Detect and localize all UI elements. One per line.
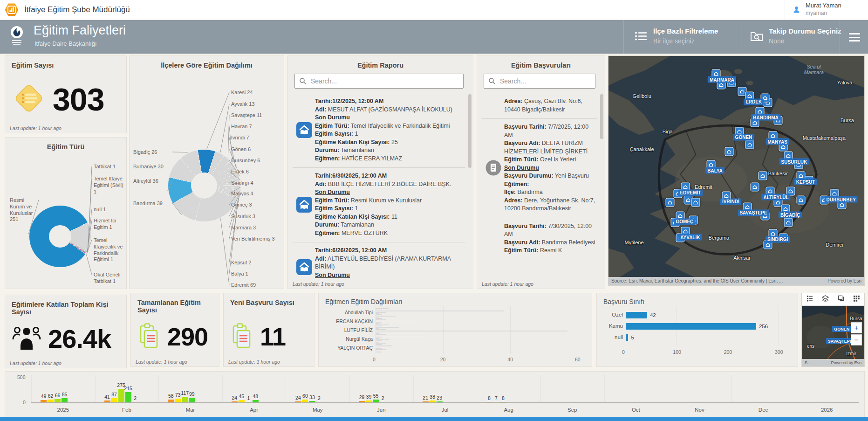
- timeline-bar[interactable]: [486, 402, 492, 403]
- timeline-bar[interactable]: [430, 400, 436, 402]
- map-marker-icon[interactable]: [784, 218, 793, 227]
- sinif-bar[interactable]: [626, 323, 756, 330]
- timeline-bar[interactable]: [380, 402, 386, 403]
- egitmen-bar[interactable]: [376, 312, 386, 313]
- map-marker-icon[interactable]: [745, 140, 754, 149]
- egitmen-bar[interactable]: [376, 347, 379, 348]
- district-label[interactable]: AYVALIK: [678, 234, 702, 241]
- egitmen-bar[interactable]: [376, 333, 379, 334]
- egitmen-bar[interactable]: [376, 349, 386, 350]
- timeline-bar[interactable]: [493, 402, 499, 403]
- mini-district-label[interactable]: GÖNEN: [832, 326, 851, 332]
- district-label[interactable]: MARMARA: [708, 76, 736, 83]
- timeline-bar[interactable]: [132, 402, 138, 403]
- district-label[interactable]: SAVAŞTEPE: [738, 209, 769, 216]
- egitmen-bar[interactable]: [376, 324, 389, 325]
- district-label[interactable]: SINDIRGI: [765, 236, 790, 242]
- egitmen-bar[interactable]: [376, 327, 399, 328]
- district-label[interactable]: GÖMEÇ: [674, 218, 696, 225]
- egitmen-bar[interactable]: [376, 325, 382, 326]
- map-marker-icon[interactable]: [751, 182, 759, 191]
- map-marker-icon[interactable]: [758, 172, 767, 180]
- basemap-icon[interactable]: [838, 295, 844, 304]
- egitmen-bar[interactable]: [376, 329, 386, 330]
- timeline-bar[interactable]: [118, 389, 124, 402]
- egitmen-bar[interactable]: [376, 338, 379, 339]
- timeline-bar[interactable]: [232, 401, 238, 402]
- map-marker-icon[interactable]: [666, 198, 675, 207]
- egitmen-bar[interactable]: [376, 332, 382, 333]
- mini-district-label[interactable]: SAVAŞTEPE: [826, 338, 854, 344]
- map-marker-icon[interactable]: [724, 147, 733, 156]
- district-label[interactable]: GÖNEN: [733, 134, 754, 140]
- district-label[interactable]: ERDEK: [744, 98, 764, 105]
- egitmen-bar[interactable]: [376, 308, 389, 309]
- egitmen-bar[interactable]: [376, 352, 382, 352]
- district-label[interactable]: ALTIEYLÜL: [761, 194, 790, 200]
- egitmen-bar[interactable]: [376, 314, 382, 315]
- menu-hamburger-icon[interactable]: [849, 31, 861, 42]
- egitmen-bar[interactable]: [376, 348, 382, 349]
- timeline-bar[interactable]: [246, 402, 252, 403]
- list-item[interactable]: Başvuru Tarihi: 7/30/2025, 12:00 AMBaşvu…: [482, 218, 597, 260]
- district-label[interactable]: BANDIRMA: [751, 114, 780, 121]
- egitmen-bar[interactable]: [376, 337, 382, 338]
- zoom-in-button[interactable]: +: [851, 322, 862, 333]
- timeline-bar[interactable]: [423, 401, 429, 402]
- list-item[interactable]: Tarihi:6/30/2025, 12:00 AMAdi: BBB İLÇE …: [293, 168, 465, 242]
- district-label[interactable]: MANYAS: [765, 138, 789, 145]
- timeline-bar[interactable]: [239, 400, 245, 402]
- egitmen-bar[interactable]: [376, 336, 426, 337]
- zoom-out-button[interactable]: −: [851, 334, 862, 345]
- timeline-bar[interactable]: [295, 401, 301, 402]
- apps-grid-icon[interactable]: [853, 295, 860, 304]
- timeline-bar[interactable]: [41, 400, 47, 402]
- egitmen-bar[interactable]: [376, 313, 379, 314]
- mini-map-widget[interactable]: BursaGÖNENSAVAŞTEPEİzmirens + − S... Pow…: [801, 293, 865, 367]
- timeline-bar[interactable]: [182, 397, 188, 402]
- district-label[interactable]: KEPSUT: [794, 179, 817, 185]
- selector-ilce-filter[interactable]: İlçe Bazlı Filtreleme Bir ilçe seçiniz: [635, 20, 733, 54]
- list-item[interactable]: Tarihi:1/2/2025, 12:00 AMAdi: MESUT ALFA…: [293, 93, 465, 168]
- egitmen-bar[interactable]: [376, 340, 382, 341]
- egitmen-bar[interactable]: [376, 311, 504, 311]
- egitmen-bar[interactable]: [376, 344, 382, 345]
- egitmen-bar[interactable]: [376, 322, 382, 323]
- timeline-bar[interactable]: [500, 402, 506, 403]
- district-label[interactable]: SUSURLUK: [779, 159, 809, 165]
- egitmen-bar[interactable]: [376, 334, 386, 335]
- basvuru-scrollbar[interactable]: [600, 94, 603, 139]
- son-durumu-link[interactable]: Son Durumu: [315, 189, 350, 195]
- list-item[interactable]: Başvuru Tarihi: 7/7/2025, 12:00 AMBaşvur…: [482, 119, 597, 218]
- son-durumu-link[interactable]: Son Durumu: [315, 272, 350, 278]
- egitmen-bar[interactable]: [376, 317, 379, 318]
- timeline-bar[interactable]: [373, 400, 379, 402]
- egitmen-bar[interactable]: [376, 321, 416, 322]
- egitmen-bar[interactable]: [376, 343, 386, 344]
- egitmen-bar[interactable]: [376, 319, 386, 320]
- timeline-bar[interactable]: [253, 400, 259, 402]
- legend-icon[interactable]: [806, 295, 813, 304]
- egitmen-bar[interactable]: [376, 342, 379, 343]
- timeline-bar[interactable]: [55, 399, 61, 402]
- egitmen-bar[interactable]: [376, 328, 379, 329]
- timeline-bar[interactable]: [309, 401, 315, 402]
- timeline-bar[interactable]: [316, 402, 322, 403]
- raporu-search-input[interactable]: [310, 75, 461, 87]
- bottom-accent-bar[interactable]: [0, 417, 868, 421]
- district-label[interactable]: BİGADİÇ: [779, 212, 802, 218]
- sinif-bar[interactable]: [626, 334, 628, 341]
- egitmen-bar[interactable]: [376, 316, 396, 317]
- list-item[interactable]: Adres: Çavuş, Gazi Blv. No:6, 10440 Biga…: [482, 93, 597, 119]
- map-widget[interactable]: MARMARAERDEKBANDIRMAGÖNENMANYASSUSURLUKB…: [608, 55, 865, 286]
- egitmen-bar[interactable]: [376, 339, 389, 340]
- egitmen-bar[interactable]: [376, 323, 379, 324]
- egitmen-bar[interactable]: [376, 318, 382, 319]
- timeline-bar[interactable]: [359, 401, 365, 402]
- basvuru-search-input[interactable]: [499, 75, 593, 87]
- user-menu[interactable]: Murat Yaman myaman: [785, 0, 868, 20]
- timeline-bar[interactable]: [48, 400, 54, 402]
- egitmen-bar[interactable]: [376, 331, 567, 331]
- timeline-bar[interactable]: [437, 401, 443, 402]
- map-marker-icon[interactable]: [691, 198, 700, 207]
